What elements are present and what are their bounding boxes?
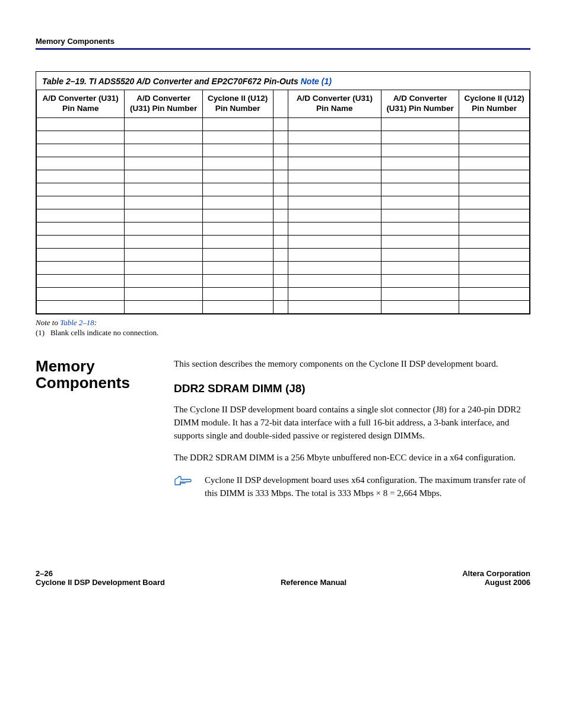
table-cell xyxy=(273,196,288,209)
table-note: Note to Table 2–18: (1) Blank cells indi… xyxy=(36,318,530,338)
table-cell xyxy=(37,248,125,261)
table-cell xyxy=(273,157,288,170)
table-cell xyxy=(37,196,125,209)
table-cell xyxy=(381,261,459,274)
table-cell xyxy=(459,235,530,248)
table-cell xyxy=(288,144,381,157)
table-cell xyxy=(459,183,530,196)
table-cell xyxy=(273,235,288,248)
table-cell xyxy=(381,222,459,235)
table-cell xyxy=(288,209,381,222)
table-cell xyxy=(202,222,273,235)
table-cell xyxy=(37,261,125,274)
table-cell xyxy=(202,261,273,274)
pointing-hand-icon xyxy=(174,474,192,487)
table-row xyxy=(37,248,530,261)
col-header-left-cyclone: Cyclone II (U12) Pin Number xyxy=(202,90,273,118)
footer-date: August 2006 xyxy=(462,578,530,587)
table-cell xyxy=(273,183,288,196)
table-cell xyxy=(37,209,125,222)
table-cell xyxy=(288,222,381,235)
table-row xyxy=(37,157,530,170)
table-cell xyxy=(459,274,530,287)
table-cell xyxy=(37,235,125,248)
header-section-title: Memory Components xyxy=(36,37,115,46)
table-cell xyxy=(459,209,530,222)
table-cell xyxy=(202,117,273,131)
table-cell xyxy=(288,196,381,209)
table-cell xyxy=(202,274,273,287)
table-row xyxy=(37,196,530,209)
table-cell xyxy=(459,248,530,261)
col-header-left-pinname: A/D Converter (U31) Pin Name xyxy=(37,90,125,118)
footer-doc-title: Cyclone II DSP Development Board xyxy=(36,578,165,587)
table-cell xyxy=(37,170,125,183)
table-cell xyxy=(288,117,381,131)
table-cell xyxy=(288,274,381,287)
col-header-right-pinname: A/D Converter (U31) Pin Name xyxy=(288,90,381,118)
table-cell xyxy=(288,248,381,261)
table-row xyxy=(37,222,530,235)
table-cell xyxy=(459,300,530,313)
table-row xyxy=(37,144,530,157)
table-cell xyxy=(381,274,459,287)
hand-note-row: Cyclone II DSP development board uses x6… xyxy=(174,474,530,500)
ddr2-subheading: DDR2 SDRAM DIMM (J8) xyxy=(174,380,530,397)
table-cell xyxy=(381,183,459,196)
note-to-label: Note to xyxy=(36,318,60,327)
table-cell xyxy=(459,196,530,209)
table-cell xyxy=(125,157,202,170)
table-cell xyxy=(202,183,273,196)
col-header-left-pinnum: A/D Converter (U31) Pin Number xyxy=(125,90,202,118)
table-cell xyxy=(125,274,202,287)
table-cell xyxy=(125,248,202,261)
table-cell xyxy=(202,287,273,300)
table-cell xyxy=(202,235,273,248)
table-cell xyxy=(37,183,125,196)
table-cell xyxy=(125,196,202,209)
table-cell xyxy=(381,157,459,170)
table-cell xyxy=(273,222,288,235)
table-cell xyxy=(273,144,288,157)
table-row xyxy=(37,274,530,287)
table-cell xyxy=(125,209,202,222)
ddr2-paragraph-2: The DDR2 SDRAM DIMM is a 256 Mbyte unbuf… xyxy=(174,452,530,465)
table-cell xyxy=(37,144,125,157)
table-cell xyxy=(381,209,459,222)
table-cell xyxy=(202,170,273,183)
table-cell xyxy=(459,131,530,144)
note-colon: : xyxy=(94,318,97,327)
table-cell xyxy=(459,261,530,274)
table-cell xyxy=(202,209,273,222)
table-cell xyxy=(381,248,459,261)
footer-center: Reference Manual xyxy=(281,578,346,587)
table-cell xyxy=(459,222,530,235)
table-cell xyxy=(125,235,202,248)
table-cell xyxy=(202,196,273,209)
table-cell xyxy=(202,300,273,313)
table-cell xyxy=(37,287,125,300)
table-caption-note-link[interactable]: Note (1) xyxy=(301,77,332,86)
page-footer: 2–26 Cyclone II DSP Development Board Re… xyxy=(0,569,566,615)
section-intro: This section describes the memory compon… xyxy=(174,358,530,371)
note-table-ref-link[interactable]: Table 2–18 xyxy=(60,318,94,327)
table-row xyxy=(37,300,530,313)
table-cell xyxy=(273,274,288,287)
table-cell xyxy=(381,131,459,144)
table-cell xyxy=(37,157,125,170)
table-cell xyxy=(288,183,381,196)
table-cell xyxy=(381,144,459,157)
table-row xyxy=(37,287,530,300)
table-cell xyxy=(273,131,288,144)
table-cell xyxy=(202,157,273,170)
table-row xyxy=(37,209,530,222)
table-cell xyxy=(288,170,381,183)
table-cell xyxy=(273,209,288,222)
table-cell xyxy=(125,144,202,157)
table-cell xyxy=(459,144,530,157)
table-cell xyxy=(273,117,288,131)
table-cell xyxy=(125,261,202,274)
table-cell xyxy=(381,170,459,183)
table-cell xyxy=(459,170,530,183)
table-cell xyxy=(288,287,381,300)
